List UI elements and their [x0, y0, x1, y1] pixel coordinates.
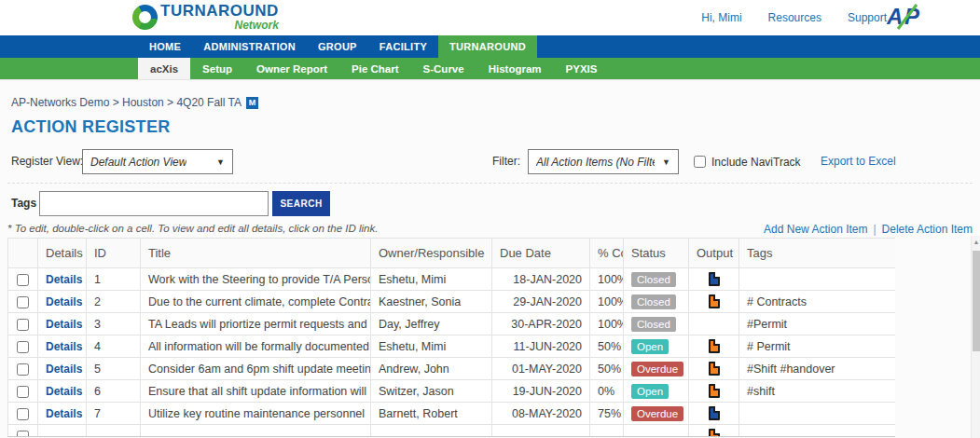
owner-cell[interactable]: Eshetu, Mimi	[371, 335, 492, 358]
tags-search-input[interactable]	[39, 191, 269, 216]
status-badge[interactable]: Overdue	[631, 362, 683, 376]
status-badge[interactable]: Open	[631, 339, 669, 354]
details-link[interactable]: Details	[46, 340, 82, 353]
resources-link[interactable]: Resources	[768, 11, 821, 24]
export-to-excel-link[interactable]: Export to Excel	[821, 149, 896, 174]
row-checkbox[interactable]	[17, 363, 29, 376]
status-badge[interactable]: Closed	[631, 317, 676, 332]
percent-complete-cell[interactable]: 100%	[590, 313, 624, 335]
tags-cell[interactable]: #Permit	[739, 313, 896, 335]
tags-cell[interactable]: # Permit	[739, 335, 896, 358]
title-cell[interactable]: Consider 6am and 6pm shift update meetin…	[141, 358, 371, 380]
details-link[interactable]: Details	[46, 407, 82, 420]
subnav-item-pyxis[interactable]: PYXIS	[554, 58, 610, 79]
row-checkbox[interactable]	[17, 296, 29, 308]
percent-complete-cell[interactable]: 75%	[590, 403, 624, 425]
output-file-icon[interactable]	[709, 294, 720, 308]
row-checkbox[interactable]	[17, 431, 29, 437]
owner-cell[interactable]: Eshetu, Mimi	[371, 268, 492, 291]
title-cell[interactable]	[141, 425, 371, 438]
row-checkbox[interactable]	[17, 274, 29, 286]
output-file-icon[interactable]	[709, 362, 720, 376]
status-badge[interactable]: Open	[631, 384, 669, 399]
subnav-item-acxis[interactable]: acXis	[138, 58, 190, 79]
id-cell[interactable]: 2	[87, 291, 141, 313]
user-greeting-link[interactable]: Hi, Mimi	[701, 11, 741, 24]
breadcrumb-path[interactable]: AP-Networks Demo > Houston > 4Q20 Fall T…	[11, 96, 242, 109]
due-date-cell[interactable]: 19-JUN-2020	[492, 380, 590, 403]
nav-item-home[interactable]: HOME	[138, 35, 192, 58]
filter-select[interactable]: All Action Items (No Filter) ▼	[528, 149, 679, 174]
title-cell[interactable]: Ensure that all shift update information…	[141, 380, 371, 403]
nav-item-administration[interactable]: ADMINISTRATION	[192, 35, 307, 58]
details-link[interactable]: Details	[46, 363, 82, 376]
id-cell[interactable]: 6	[87, 380, 141, 403]
row-checkbox[interactable]	[17, 341, 29, 353]
subnav-item-setup[interactable]: Setup	[190, 58, 244, 79]
percent-complete-cell[interactable]: 0%	[590, 380, 624, 403]
id-cell[interactable]: 3	[87, 313, 141, 335]
delete-action-item-link[interactable]: Delete Action Item	[882, 223, 973, 236]
due-date-cell[interactable]: 18-JAN-2020	[492, 268, 590, 291]
tags-cell[interactable]: #shift	[739, 380, 896, 403]
row-checkbox[interactable]	[17, 319, 29, 331]
details-link[interactable]: Details	[46, 385, 82, 398]
title-cell[interactable]: Utilize key routine maintenance personne…	[141, 403, 371, 425]
details-link[interactable]: Details	[46, 318, 82, 331]
details-link[interactable]: Details	[46, 273, 82, 286]
owner-cell[interactable]: Kaestner, Sonia	[371, 291, 492, 313]
owner-cell[interactable]: Day, Jeffrey	[371, 313, 492, 335]
tags-cell[interactable]	[739, 425, 896, 438]
percent-complete-cell[interactable]	[590, 425, 624, 438]
title-cell[interactable]: TA Leads will priortize permit requests …	[141, 313, 371, 335]
nav-item-group[interactable]: GROUP	[307, 35, 368, 58]
row-checkbox[interactable]	[17, 408, 29, 420]
title-cell[interactable]: All information will be formally documen…	[141, 335, 371, 358]
nav-item-turnaround[interactable]: TURNAROUND	[438, 35, 537, 58]
tags-cell[interactable]	[739, 403, 896, 425]
subnav-item-owner-report[interactable]: Owner Report	[244, 58, 339, 79]
due-date-cell[interactable]	[492, 425, 590, 438]
owner-cell[interactable]: Andrew, John	[371, 358, 492, 380]
due-date-cell[interactable]: 11-JUN-2020	[492, 335, 590, 358]
percent-complete-cell[interactable]: 100%	[590, 268, 624, 291]
output-file-icon[interactable]	[709, 406, 720, 420]
add-new-action-item-link[interactable]: Add New Action Item	[764, 223, 867, 236]
status-badge[interactable]: Overdue	[631, 406, 683, 421]
tags-cell[interactable]	[739, 268, 896, 291]
output-file-icon[interactable]	[709, 272, 720, 286]
tags-cell[interactable]: #Shift #handover	[739, 358, 896, 380]
subnav-item-histogram[interactable]: Histogram	[476, 58, 554, 79]
percent-complete-cell[interactable]: 50%	[590, 358, 624, 380]
owner-cell[interactable]	[371, 425, 492, 438]
due-date-cell[interactable]: 30-APR-2020	[492, 313, 590, 335]
due-date-cell[interactable]: 08-MAY-2020	[492, 403, 590, 425]
scrollbar-thumb[interactable]	[973, 251, 980, 351]
scrollbar-up-arrow-icon[interactable]: ▲	[972, 236, 980, 249]
due-date-cell[interactable]: 01-MAY-2020	[492, 358, 590, 380]
title-cell[interactable]: Work with the Steering to provide T/A Pe…	[141, 268, 371, 291]
percent-complete-cell[interactable]: 50%	[590, 335, 624, 358]
due-date-cell[interactable]: 29-JAN-2020	[492, 291, 590, 313]
id-cell[interactable]: 7	[87, 403, 141, 425]
percent-complete-cell[interactable]: 100%	[590, 291, 624, 313]
support-link[interactable]: Support	[848, 11, 887, 24]
details-link[interactable]: Details	[46, 295, 82, 308]
id-cell[interactable]: 5	[87, 358, 141, 380]
id-cell[interactable]: 4	[87, 335, 141, 358]
status-badge[interactable]: Closed	[631, 294, 676, 309]
subnav-item-pie-chart[interactable]: Pie Chart	[339, 58, 411, 79]
nav-item-facility[interactable]: FACILITY	[368, 35, 438, 58]
status-badge[interactable]	[631, 436, 659, 438]
title-cell[interactable]: Due to the current climate, complete Con…	[141, 291, 371, 313]
register-view-select[interactable]: Default Action View ▼	[82, 149, 233, 174]
milestone-badge[interactable]: M	[246, 97, 258, 109]
output-file-icon[interactable]	[709, 339, 720, 353]
id-cell[interactable]: 1	[87, 268, 141, 291]
output-file-icon[interactable]	[709, 384, 720, 398]
tags-cell[interactable]: # Contracts	[739, 291, 896, 313]
owner-cell[interactable]: Switzer, Jason	[371, 380, 492, 403]
search-button[interactable]: SEARCH	[272, 191, 330, 216]
owner-cell[interactable]: Barnett, Robert	[371, 403, 492, 425]
output-file-icon[interactable]	[709, 429, 720, 437]
